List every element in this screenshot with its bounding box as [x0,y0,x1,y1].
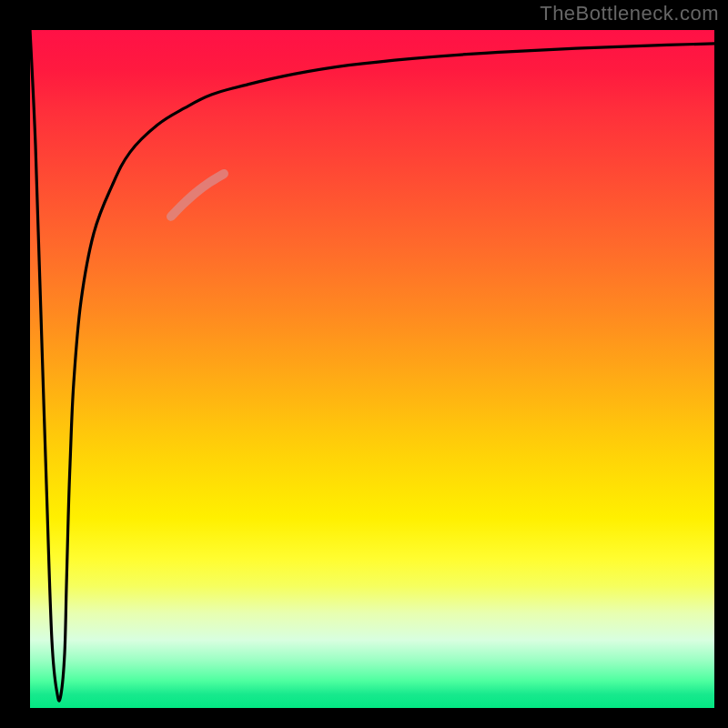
muted-highlight [171,174,224,217]
plot-area [30,30,714,708]
bottleneck-curve [30,30,714,701]
curve-svg [30,30,714,708]
watermark-text: TheBottleneck.com [540,2,719,25]
chart-frame: TheBottleneck.com [0,0,728,728]
